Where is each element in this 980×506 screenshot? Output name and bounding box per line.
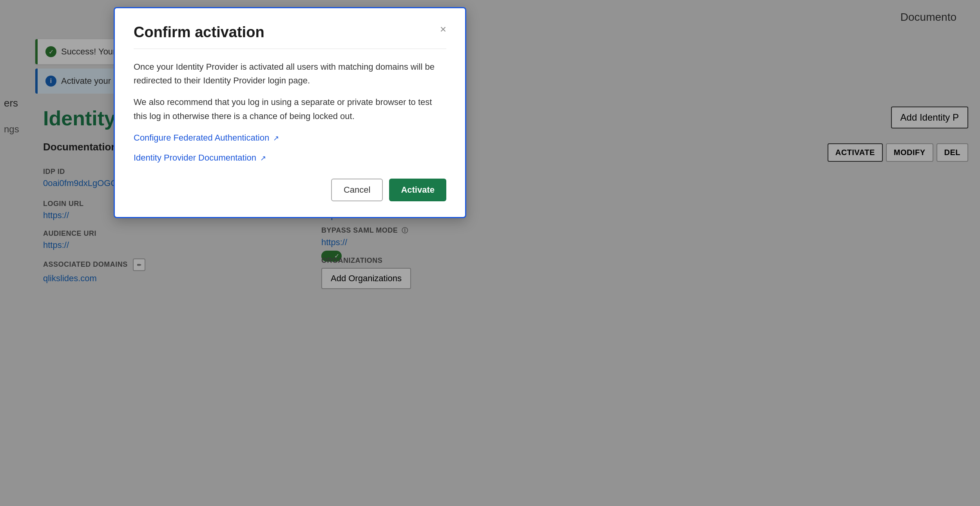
idp-documentation-link[interactable]: Identity Provider Documentation ↗ [134, 151, 446, 164]
configure-federated-auth-link[interactable]: Configure Federated Authentication ↗ [134, 131, 446, 145]
modal-close-button[interactable]: × [440, 24, 446, 35]
confirm-activation-modal: Confirm activation × Once your Identity … [114, 7, 466, 218]
modal-title: Confirm activation [134, 24, 264, 41]
external-link-icon-1: ↗ [273, 134, 279, 142]
modal-body-paragraph-1: Once your Identity Provider is activated… [134, 60, 446, 87]
modal-body-paragraph-2: We also recommend that you log in using … [134, 95, 446, 123]
modal-footer: Cancel Activate [134, 179, 446, 201]
cancel-button[interactable]: Cancel [331, 179, 383, 201]
modal-header: Confirm activation × [134, 24, 446, 49]
external-link-icon-2: ↗ [260, 154, 266, 162]
activate-confirm-button[interactable]: Activate [389, 179, 446, 201]
modal-body: Once your Identity Provider is activated… [134, 60, 446, 164]
